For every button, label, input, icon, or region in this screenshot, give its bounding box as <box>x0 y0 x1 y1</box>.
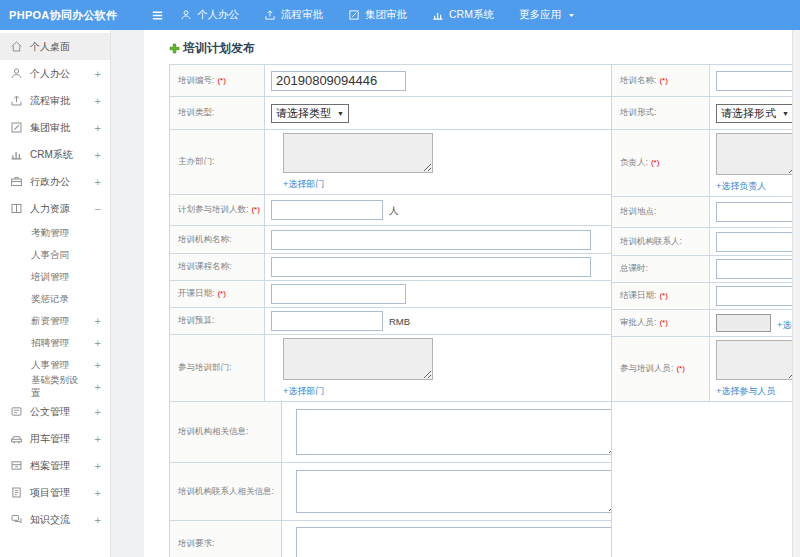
collapse-icon[interactable]: − <box>95 203 101 215</box>
training-type-select[interactable]: 请选择类型▼ <box>271 104 349 123</box>
training-org-contact-input[interactable] <box>716 232 800 252</box>
nav-item-more-apps[interactable]: 更多应用 <box>519 8 576 22</box>
sidebar-item-crm-system[interactable]: CRM系统+ <box>0 141 110 168</box>
user-icon <box>10 67 23 80</box>
sidebar-item-workflow-approval[interactable]: 流程审批+ <box>0 87 110 114</box>
host-department-link[interactable]: +选择部门 <box>283 178 324 191</box>
required-marker: (*) <box>217 76 225 85</box>
training-budget-label: 培训预算: <box>170 308 265 335</box>
form-row-training-form: 培训形式:请选择形式▼ <box>612 97 800 130</box>
training-participants-link[interactable]: +选择参与人员 <box>716 385 775 398</box>
training-location-input[interactable] <box>716 202 800 222</box>
form-table-bottom: 培训机构相关信息:培训机构联系人相关信息:培训要求:附件文档:+附件上传 <box>169 401 612 557</box>
planned-participants-input[interactable] <box>271 200 383 220</box>
training-org-info-textarea[interactable] <box>296 409 612 455</box>
approver-box[interactable] <box>716 314 771 332</box>
chart-icon <box>10 148 23 161</box>
sidebar-item-group-approval[interactable]: 集团审批+ <box>0 114 110 141</box>
training-form-select[interactable]: 请选择形式▼ <box>716 104 794 123</box>
chart-icon <box>432 9 444 21</box>
expand-icon[interactable]: + <box>95 149 101 161</box>
nav-item-personal-office[interactable]: 个人办公 <box>180 8 239 22</box>
required-marker: (*) <box>651 158 659 167</box>
sidebar-item-project-management[interactable]: 项目管理+ <box>0 479 110 506</box>
training-form-selected-value: 请选择形式 <box>721 106 776 121</box>
expand-icon[interactable]: + <box>95 381 101 393</box>
sidebar-item-admin-office[interactable]: 行政办公+ <box>0 168 110 195</box>
form-left-column: 培训编号:(*)培训类型:请选择类型▼主办部门:+选择部门计划参与培训人数:(*… <box>169 64 612 557</box>
sidebar-item-label: 用车管理 <box>30 432 70 446</box>
training-name-input[interactable] <box>716 71 800 91</box>
nav-item-label: CRM系统 <box>449 8 494 22</box>
car-icon <box>10 432 23 445</box>
sidebar-item-recruitment-management[interactable]: 招聘管理+ <box>0 332 110 354</box>
sidebar-item-basic-category-settings[interactable]: 基础类别设置+ <box>0 376 110 398</box>
page-title-text: 培训计划发布 <box>183 40 255 57</box>
training-participants-label: 参与培训人员:(*) <box>612 337 710 402</box>
sidebar-item-training-management[interactable]: 培训管理 <box>0 266 110 288</box>
sidebar-item-archive-management[interactable]: 档案管理+ <box>0 452 110 479</box>
sidebar-item-salary-management[interactable]: 薪资管理+ <box>0 310 110 332</box>
training-org-name-input[interactable] <box>271 230 591 250</box>
participating-departments-textarea[interactable] <box>283 338 433 380</box>
expand-icon[interactable]: + <box>95 122 101 134</box>
training-course-name-input[interactable] <box>271 257 591 277</box>
sidebar-item-label: 基础类别设置 <box>31 374 88 400</box>
sidebar: 个人桌面个人办公+流程审批+集团审批+CRM系统+行政办公+人力资源−考勤管理人… <box>0 30 111 557</box>
end-date-input[interactable] <box>716 286 800 306</box>
sidebar-item-personnel-contract[interactable]: 人事合同 <box>0 244 110 266</box>
sidebar-item-personnel-management[interactable]: 人事管理+ <box>0 354 110 376</box>
training-requirements-textarea[interactable] <box>296 527 612 557</box>
start-date-input[interactable] <box>271 284 406 304</box>
sidebar-item-personal-office[interactable]: 个人办公+ <box>0 60 110 87</box>
form-row-training-budget: 培训预算:RMB <box>170 308 612 335</box>
form-row-training-name: 培训名称:(*) <box>612 65 800 97</box>
nav-item-workflow-approval[interactable]: 流程审批 <box>264 8 323 22</box>
training-org-contact-info-textarea[interactable] <box>296 470 612 513</box>
expand-icon[interactable]: + <box>95 487 101 499</box>
expand-icon[interactable]: + <box>95 68 101 80</box>
expand-icon[interactable]: + <box>95 514 101 526</box>
sidebar-item-document-management[interactable]: 公文管理+ <box>0 398 110 425</box>
expand-icon[interactable]: + <box>95 95 101 107</box>
topbar: PHPOA协同办公软件 个人办公流程审批集团审批CRM系统更多应用 <box>0 0 800 30</box>
sidebar-item-label: 人力资源 <box>30 202 70 216</box>
required-marker: (*) <box>251 205 259 214</box>
expand-icon[interactable]: + <box>95 315 101 327</box>
sidebar-item-vehicle-management[interactable]: 用车管理+ <box>0 425 110 452</box>
expand-icon[interactable]: + <box>95 176 101 188</box>
sidebar-item-personal-desktop[interactable]: 个人桌面 <box>0 33 110 60</box>
expand-icon[interactable]: + <box>95 359 101 371</box>
responsible-person-link[interactable]: +选择负责人 <box>716 180 766 193</box>
expand-icon[interactable]: + <box>95 460 101 472</box>
expand-icon[interactable]: + <box>95 337 101 349</box>
training-participants-textarea[interactable] <box>716 340 798 380</box>
sidebar-item-label: 流程审批 <box>30 94 70 108</box>
participating-departments-link[interactable]: +选择部门 <box>283 385 324 398</box>
training-budget-input[interactable] <box>271 311 383 331</box>
sidebar-item-human-resources[interactable]: 人力资源− <box>0 195 110 222</box>
sidebar-item-knowledge-exchange[interactable]: 知识交流+ <box>0 506 110 533</box>
expand-icon[interactable]: + <box>95 406 101 418</box>
sidebar-item-attendance-management[interactable]: 考勤管理 <box>0 222 110 244</box>
required-marker: (*) <box>659 291 667 300</box>
total-class-hours-input[interactable] <box>716 259 800 279</box>
planned-participants-label: 计划参与培训人数:(*) <box>170 195 265 226</box>
vertical-scrollbar[interactable] <box>792 30 800 557</box>
upload-icon <box>10 94 23 107</box>
edit-icon <box>10 121 23 134</box>
menu-toggle-button[interactable] <box>148 6 166 24</box>
user-icon <box>180 9 192 21</box>
host-department-textarea[interactable] <box>283 133 433 173</box>
nav-item-group-approval[interactable]: 集团审批 <box>348 8 407 22</box>
sidebar-item-label: 人事管理 <box>31 359 69 372</box>
responsible-person-textarea[interactable] <box>716 133 798 175</box>
sidebar-item-label: 项目管理 <box>30 486 70 500</box>
training-number-input[interactable] <box>271 71 406 91</box>
nav-item-crm-system[interactable]: CRM系统 <box>432 8 494 22</box>
nav-item-label: 集团审批 <box>365 8 407 22</box>
page-body: 个人桌面个人办公+流程审批+集团审批+CRM系统+行政办公+人力资源−考勤管理人… <box>0 30 800 557</box>
expand-icon[interactable]: + <box>95 433 101 445</box>
sidebar-item-reward-punishment[interactable]: 奖惩记录 <box>0 288 110 310</box>
start-date-label: 开课日期:(*) <box>170 281 265 308</box>
